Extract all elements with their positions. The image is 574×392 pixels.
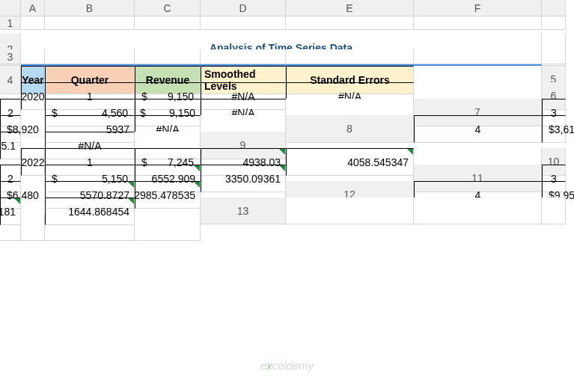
- cell[interactable]: [542, 49, 566, 64]
- cell-error[interactable]: 4058.545347: [286, 148, 414, 176]
- currency-symbol: $: [549, 123, 555, 135]
- col-header-c[interactable]: C: [135, 0, 201, 16]
- cell[interactable]: [135, 16, 201, 30]
- row-header-13[interactable]: 13: [201, 197, 286, 224]
- cell[interactable]: [286, 49, 414, 64]
- col-header-e[interactable]: E: [286, 0, 414, 16]
- cell-error[interactable]: 3350.09361: [201, 165, 286, 192]
- cell[interactable]: [201, 16, 286, 30]
- select-all-corner[interactable]: [0, 0, 21, 16]
- cell[interactable]: [21, 49, 45, 64]
- cell[interactable]: [135, 214, 201, 241]
- spreadsheet-grid: A B C D E F 1 2 Analysis of Time Series …: [0, 0, 574, 230]
- cell[interactable]: [135, 49, 201, 64]
- row-header-3[interactable]: 3: [0, 49, 21, 64]
- cell[interactable]: [286, 197, 414, 224]
- cell-smoothed[interactable]: 8025.1: [0, 132, 21, 159]
- revenue-value: 3,615: [555, 123, 574, 135]
- cell[interactable]: [414, 49, 542, 64]
- watermark: exceldemy: [260, 359, 314, 372]
- col-header-f[interactable]: F: [414, 0, 542, 16]
- cell[interactable]: [542, 16, 566, 30]
- row-header-8[interactable]: 8: [286, 115, 414, 143]
- row-header-1[interactable]: 1: [0, 16, 21, 30]
- cell[interactable]: [414, 16, 542, 30]
- year-cell-2020[interactable]: 2020: [21, 82, 45, 110]
- cell-error[interactable]: 2985.478535: [135, 181, 201, 209]
- cell[interactable]: [286, 16, 414, 30]
- col-header-d[interactable]: D: [201, 0, 286, 16]
- cell-revenue[interactable]: $3,615: [542, 115, 566, 143]
- cell-smoothed[interactable]: 6207.26181: [0, 197, 21, 225]
- cell[interactable]: [201, 49, 286, 64]
- cell[interactable]: [414, 197, 542, 224]
- col-header-blank[interactable]: [542, 0, 566, 16]
- cell[interactable]: [21, 16, 45, 30]
- cell[interactable]: [45, 49, 135, 64]
- cell-error[interactable]: 1644.868454: [45, 197, 135, 225]
- col-header-b[interactable]: B: [45, 0, 135, 16]
- col-header-a[interactable]: A: [21, 0, 45, 16]
- year-cell-2022[interactable]: 2022: [21, 148, 45, 176]
- row-header-4[interactable]: 4: [0, 66, 21, 94]
- cell[interactable]: [45, 16, 135, 30]
- cell[interactable]: [542, 197, 566, 224]
- cell-quarter[interactable]: 4: [414, 115, 542, 143]
- cell[interactable]: [21, 214, 45, 241]
